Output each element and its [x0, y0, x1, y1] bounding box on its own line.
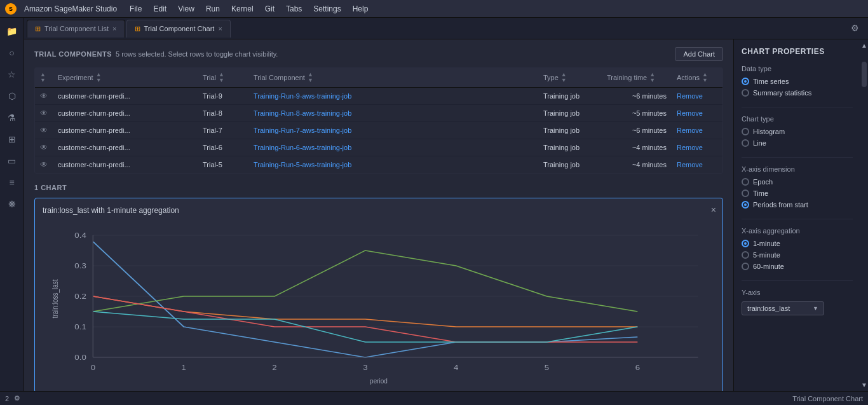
tab-trial-component-list[interactable]: ⊞ Trial Component List × — [27, 20, 125, 38]
trial-components-header: TRIAL COMPONENTS 5 rows selected. Select… — [34, 47, 723, 61]
menu-file[interactable]: File — [125, 3, 147, 15]
sidebar-icon-files[interactable]: 📁 — [4, 23, 20, 39]
sidebar-icon-hex[interactable]: ⬡ — [4, 88, 20, 104]
td-remove-3[interactable]: Remove — [672, 139, 722, 156]
menu-help[interactable]: Help — [348, 3, 374, 15]
tab-close-chart[interactable]: × — [218, 25, 222, 32]
radio-60-minute[interactable]: 60-minute — [742, 263, 853, 270]
bottom-bar: 2 ⚙ Trial Component Chart — [0, 391, 868, 405]
radio-periods-from-start[interactable]: Periods from start — [742, 201, 853, 209]
td-component-4[interactable]: Training-Run-5-aws-training-job — [248, 156, 538, 173]
svg-text:2: 2 — [272, 364, 276, 371]
tab-trial-component-chart[interactable]: ⊞ Trial Component Chart × — [126, 20, 231, 38]
td-eye-4[interactable]: 👁 — [35, 156, 53, 173]
td-experiment-2: customer-churn-predi... — [53, 122, 198, 139]
radio-summary-statistics[interactable]: Summary statistics — [742, 89, 853, 97]
sidebar-icon-rect[interactable]: ▭ — [4, 153, 20, 169]
radio-label-time-series: Time series — [753, 78, 789, 85]
radio-histogram[interactable]: Histogram — [742, 128, 853, 135]
sort-arrows-actions: ▲▼ — [702, 72, 708, 83]
bottom-kernel-icon[interactable]: ⚙ — [14, 394, 20, 402]
svg-text:6: 6 — [635, 364, 640, 371]
radio-line[interactable]: Line — [742, 139, 853, 147]
th-component[interactable]: Trial Component ▲▼ — [248, 68, 538, 87]
td-component-1[interactable]: Training-Run-8-aws-training-job — [248, 105, 538, 121]
top-right-gear-icon[interactable]: ⚙ — [851, 23, 859, 33]
menu-tabs[interactable]: Tabs — [281, 3, 307, 15]
radio-circle-line — [742, 139, 749, 147]
scroll-bar-right[interactable]: ▲ ▼ — [860, 39, 868, 391]
menu-run[interactable]: Run — [201, 3, 225, 15]
th-experiment[interactable]: Experiment ▲▼ — [53, 68, 198, 87]
table-row: 👁 customer-churn-predi... Trial-5 Traini… — [35, 156, 722, 173]
dropdown-arrow-icon: ▼ — [813, 305, 818, 312]
section-subtitle: 5 rows selected. Select rows to toggle c… — [116, 50, 278, 58]
td-remove-1[interactable]: Remove — [672, 105, 722, 121]
scroll-thumb[interactable] — [862, 62, 867, 87]
menu-settings[interactable]: Settings — [308, 3, 346, 15]
bottom-number: 2 — [5, 395, 9, 402]
th-trial[interactable]: Trial ▲▼ — [198, 68, 248, 87]
app-title: Amazon SageMaker Studio — [24, 4, 117, 13]
radio-label-1min: 1-minute — [753, 240, 780, 247]
radio-5-minute[interactable]: 5-minute — [742, 251, 853, 259]
sidebar-icon-star[interactable]: ☆ — [4, 66, 20, 83]
radio-circle-60min — [742, 263, 749, 270]
table-row: 👁 customer-churn-predi... Trial-9 Traini… — [35, 88, 722, 105]
table-header: ▲▼ Experiment ▲▼ Trial ▲▼ Trial Componen… — [35, 68, 722, 88]
td-time-1: ~5 minutes — [602, 105, 672, 121]
y-axis-dropdown[interactable]: train:loss_last ▼ — [742, 301, 824, 315]
th-time[interactable]: Training time ▲▼ — [602, 68, 672, 87]
radio-label-60min: 60-minute — [753, 263, 784, 270]
td-remove-2[interactable]: Remove — [672, 122, 722, 139]
td-eye-3[interactable]: 👁 — [35, 139, 53, 156]
scroll-down-arrow[interactable]: ▼ — [861, 381, 867, 388]
td-experiment-4: customer-churn-predi... — [53, 156, 198, 173]
sidebar-icon-circle[interactable]: ○ — [4, 45, 20, 61]
td-type-0: Training job — [538, 88, 602, 104]
sort-arrows-component: ▲▼ — [308, 72, 313, 83]
menu-view[interactable]: View — [173, 3, 200, 15]
x-axis-dimension-group: X-axis dimension Epoch Time Periods from… — [742, 165, 853, 209]
radio-epoch[interactable]: Epoch — [742, 178, 853, 186]
panel-title: CHART PROPERTIES — [742, 47, 853, 56]
td-remove-4[interactable]: Remove — [672, 156, 722, 173]
menu-edit[interactable]: Edit — [148, 3, 172, 15]
main-layout: 📁 ○ ☆ ⬡ ⚗ ⊞ ▭ ≡ ❋ ⊞ Trial Component List… — [0, 18, 868, 391]
radio-1-minute[interactable]: 1-minute — [742, 240, 853, 247]
sidebar-icon-flask[interactable]: ⚗ — [4, 109, 20, 126]
svg-text:0.3: 0.3 — [74, 263, 86, 270]
td-eye-2[interactable]: 👁 — [35, 122, 53, 139]
sidebar-icon-gear[interactable]: ❋ — [4, 196, 20, 212]
divider-4 — [742, 280, 853, 281]
scroll-up-arrow[interactable]: ▲ — [861, 42, 867, 49]
td-experiment-3: customer-churn-predi... — [53, 139, 198, 156]
tab-close-list[interactable]: × — [112, 25, 116, 32]
radio-circle-time — [742, 189, 749, 197]
sidebar-icon-list[interactable]: ≡ — [4, 174, 20, 191]
menu-git[interactable]: Git — [260, 3, 280, 15]
radio-label-5min: 5-minute — [753, 251, 780, 259]
svg-text:4: 4 — [454, 364, 459, 371]
td-component-2[interactable]: Training-Run-7-aws-training-job — [248, 122, 538, 139]
th-type[interactable]: Type ▲▼ — [538, 68, 602, 87]
table-row: 👁 customer-churn-predi... Trial-8 Traini… — [35, 105, 722, 122]
td-eye-0[interactable]: 👁 — [35, 88, 53, 104]
radio-time-series[interactable]: Time series — [742, 78, 853, 85]
add-chart-button[interactable]: Add Chart — [675, 47, 723, 61]
sort-arrows-trial: ▲▼ — [219, 72, 224, 83]
x-axis-dimension-label: X-axis dimension — [742, 165, 853, 173]
svg-text:0.1: 0.1 — [74, 324, 86, 331]
td-type-2: Training job — [538, 122, 602, 139]
td-component-0[interactable]: Training-Run-9-aws-training-job — [248, 88, 538, 104]
sidebar-icon-grid[interactable]: ⊞ — [4, 131, 20, 148]
td-time-0: ~6 minutes — [602, 88, 672, 104]
td-component-3[interactable]: Training-Run-6-aws-training-job — [248, 139, 538, 156]
chart-close-button[interactable]: × — [711, 205, 716, 215]
y-axis-value: train:loss_last — [747, 305, 790, 312]
td-remove-0[interactable]: Remove — [672, 88, 722, 104]
td-eye-1[interactable]: 👁 — [35, 105, 53, 121]
menu-kernel[interactable]: Kernel — [226, 3, 259, 15]
radio-time[interactable]: Time — [742, 189, 853, 197]
bottom-number-value: 2 — [5, 395, 9, 402]
